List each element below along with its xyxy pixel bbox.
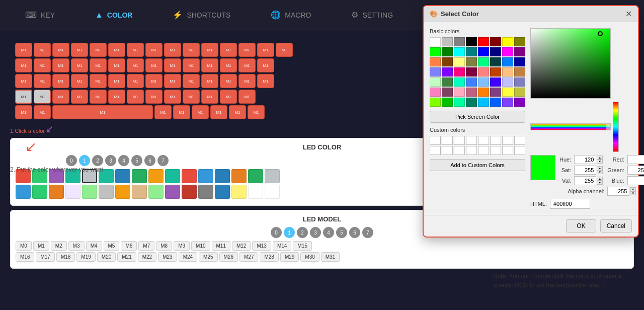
key[interactable]: M1	[127, 74, 144, 88]
key[interactable]: M1	[164, 90, 181, 104]
basic-color-swatch[interactable]	[442, 67, 453, 76]
model-number-7[interactable]: 7	[362, 227, 373, 238]
basic-color-swatch[interactable]	[502, 67, 513, 76]
model-key[interactable]: M16	[16, 252, 34, 262]
key[interactable]: M1	[201, 43, 218, 57]
basic-color-swatch[interactable]	[502, 88, 513, 97]
hue-slider[interactable]	[530, 123, 611, 130]
key[interactable]: M1	[34, 90, 51, 104]
key[interactable]: M1	[15, 90, 32, 104]
key[interactable]: M1	[145, 58, 163, 72]
basic-color-swatch[interactable]	[514, 47, 525, 56]
key[interactable]: M1	[71, 90, 88, 104]
model-number-5[interactable]: 5	[336, 227, 347, 238]
sat-up[interactable]: ▲	[597, 166, 603, 170]
basic-color-swatch[interactable]	[430, 98, 441, 107]
hue-up[interactable]: ▲	[597, 156, 603, 160]
green-input[interactable]	[627, 166, 644, 175]
model-key[interactable]: M21	[117, 252, 136, 262]
key[interactable]: M1	[71, 74, 88, 88]
ok-button[interactable]: OK	[566, 219, 596, 232]
custom-color-swatch[interactable]	[478, 146, 489, 155]
custom-color-swatch[interactable]	[502, 146, 513, 155]
basic-color-swatch[interactable]	[454, 57, 465, 66]
model-key[interactable]: M4	[86, 241, 102, 251]
model-key[interactable]: M24	[179, 252, 197, 262]
key[interactable]: M1	[238, 58, 256, 72]
color-swatch[interactable]	[248, 169, 263, 183]
model-number-1[interactable]: 1	[284, 227, 295, 238]
key[interactable]: M1	[15, 74, 32, 88]
custom-color-swatch[interactable]	[490, 146, 501, 155]
key[interactable]: M1	[15, 105, 32, 119]
basic-color-swatch[interactable]	[478, 47, 489, 56]
basic-color-swatch[interactable]	[466, 88, 477, 97]
key[interactable]: M1	[34, 58, 51, 72]
custom-color-swatch[interactable]	[466, 136, 477, 145]
model-key[interactable]: M2	[51, 241, 67, 251]
sat-down[interactable]: ▼	[597, 170, 603, 174]
basic-color-swatch[interactable]	[502, 47, 513, 56]
model-key[interactable]: M6	[121, 241, 137, 251]
model-key[interactable]: M15	[293, 241, 311, 251]
color-number-0[interactable]: 0	[66, 155, 77, 166]
custom-color-swatch[interactable]	[442, 146, 453, 155]
basic-color-swatch[interactable]	[454, 88, 465, 97]
red-input[interactable]	[627, 155, 644, 164]
color-number-2[interactable]: 2	[92, 155, 103, 166]
key[interactable]: M1	[52, 74, 69, 88]
basic-color-swatch[interactable]	[454, 67, 465, 76]
model-key[interactable]: M18	[56, 252, 75, 262]
basic-color-swatch[interactable]	[442, 88, 453, 97]
basic-color-swatch[interactable]	[502, 37, 513, 46]
color-swatch[interactable]	[215, 169, 230, 183]
color-swatch[interactable]	[32, 185, 47, 199]
color-swatch[interactable]	[82, 185, 97, 199]
model-number-2[interactable]: 2	[297, 227, 308, 238]
model-key[interactable]: M10	[191, 241, 210, 251]
basic-color-swatch[interactable]	[466, 98, 477, 107]
key[interactable]: M1	[164, 58, 181, 72]
model-number-4[interactable]: 4	[323, 227, 334, 238]
color-swatch[interactable]	[65, 185, 80, 199]
key[interactable]: M1	[34, 43, 51, 57]
val-input[interactable]	[574, 176, 596, 185]
model-key[interactable]: M17	[36, 252, 54, 262]
key[interactable]: M1	[52, 105, 153, 119]
color-swatch[interactable]	[132, 185, 147, 199]
basic-color-swatch[interactable]	[442, 37, 453, 46]
basic-color-swatch[interactable]	[430, 67, 441, 76]
basic-color-swatch[interactable]	[478, 88, 489, 97]
model-key[interactable]: M9	[174, 241, 190, 251]
custom-color-swatch[interactable]	[430, 146, 441, 155]
model-key[interactable]: M27	[239, 252, 258, 262]
color-swatch[interactable]	[165, 169, 180, 183]
key[interactable]: M1	[238, 43, 256, 57]
val-up[interactable]: ▲	[597, 177, 603, 181]
key[interactable]: M1	[220, 58, 237, 72]
basic-color-swatch[interactable]	[490, 67, 501, 76]
key[interactable]: M1	[34, 74, 51, 88]
key[interactable]: M1	[108, 90, 125, 104]
color-swatch[interactable]	[182, 169, 197, 183]
key[interactable]: M1	[248, 105, 265, 119]
key[interactable]: M1	[145, 74, 163, 88]
basic-color-swatch[interactable]	[490, 98, 501, 107]
key[interactable]: M1	[238, 90, 256, 104]
key[interactable]: M1	[127, 90, 144, 104]
basic-color-swatch[interactable]	[490, 78, 501, 87]
color-swatch[interactable]	[182, 185, 197, 199]
model-key[interactable]: M13	[252, 241, 271, 251]
color-swatch[interactable]	[115, 185, 130, 199]
color-swatch[interactable]	[265, 185, 280, 199]
color-number-4[interactable]: 4	[118, 155, 129, 166]
model-number-6[interactable]: 6	[349, 227, 360, 238]
nav-color[interactable]: ▲ COLOR	[90, 8, 137, 23]
basic-color-swatch[interactable]	[430, 37, 441, 46]
color-swatch[interactable]	[231, 169, 247, 183]
basic-color-swatch[interactable]	[478, 67, 489, 76]
basic-color-swatch[interactable]	[490, 47, 501, 56]
key[interactable]: M1	[52, 43, 69, 57]
key[interactable]: M1	[108, 58, 125, 72]
nav-setting[interactable]: ⚙ SETTING	[346, 7, 398, 23]
